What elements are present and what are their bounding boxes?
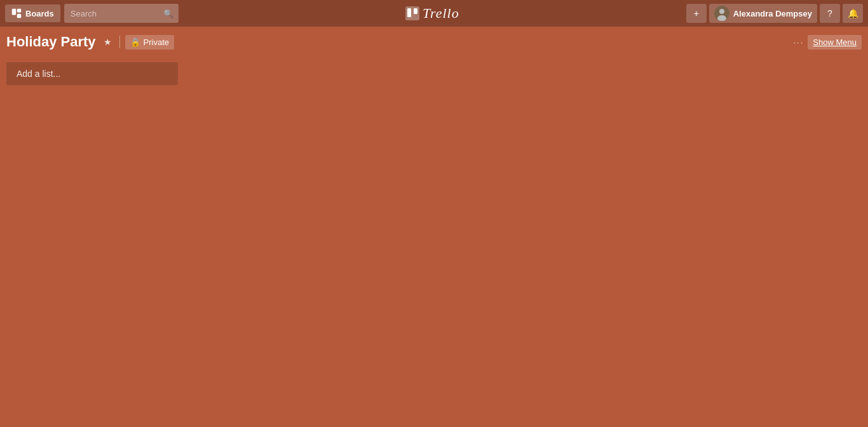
- trello-board-icon: [405, 6, 419, 20]
- nav-right: + Alexandra Dempsey ? 🔔: [686, 4, 863, 23]
- svg-rect-2: [17, 14, 21, 18]
- board-title: Holiday Party: [6, 34, 96, 50]
- visibility-label: Private: [144, 37, 169, 47]
- svg-rect-1: [17, 9, 21, 13]
- star-icon: ★: [104, 37, 112, 47]
- svg-point-7: [719, 9, 724, 14]
- boards-icon: [11, 8, 22, 18]
- search-input[interactable]: [64, 4, 179, 23]
- star-button[interactable]: ★: [101, 34, 114, 50]
- trello-logo: Trello: [182, 5, 682, 22]
- board-header: Holiday Party ★ 🔒 Private ··· Show Menu: [0, 27, 868, 57]
- user-name: Alexandra Dempsey: [733, 9, 812, 18]
- show-menu-button[interactable]: Show Menu: [808, 35, 862, 50]
- svg-rect-5: [414, 8, 417, 14]
- user-menu-button[interactable]: Alexandra Dempsey: [709, 4, 817, 23]
- help-button[interactable]: ?: [820, 4, 840, 23]
- notification-button[interactable]: 🔔: [843, 4, 863, 23]
- trello-wordmark: Trello: [423, 5, 459, 22]
- notification-icon: 🔔: [848, 8, 858, 18]
- header-divider: [119, 36, 120, 48]
- add-icon: +: [694, 8, 699, 18]
- header-right: ··· Show Menu: [794, 35, 862, 50]
- lock-icon: 🔒: [130, 37, 140, 47]
- boards-label: Boards: [25, 9, 54, 18]
- search-wrapper: 🔍: [64, 4, 179, 23]
- board-content: Add a list...: [0, 57, 868, 90]
- avatar: [714, 6, 729, 21]
- show-menu-label: Show Menu: [813, 37, 857, 47]
- svg-rect-0: [12, 9, 16, 15]
- add-list-label: Add a list...: [17, 69, 60, 79]
- add-list-button[interactable]: Add a list...: [6, 62, 178, 85]
- top-navigation: Boards 🔍 Trello + Alexandra Demps: [0, 0, 868, 27]
- add-button[interactable]: +: [686, 4, 707, 23]
- help-icon: ?: [827, 8, 832, 18]
- boards-button[interactable]: Boards: [5, 4, 60, 22]
- show-menu-dots: ···: [794, 37, 804, 47]
- svg-rect-4: [407, 8, 411, 17]
- visibility-button[interactable]: 🔒 Private: [125, 35, 174, 50]
